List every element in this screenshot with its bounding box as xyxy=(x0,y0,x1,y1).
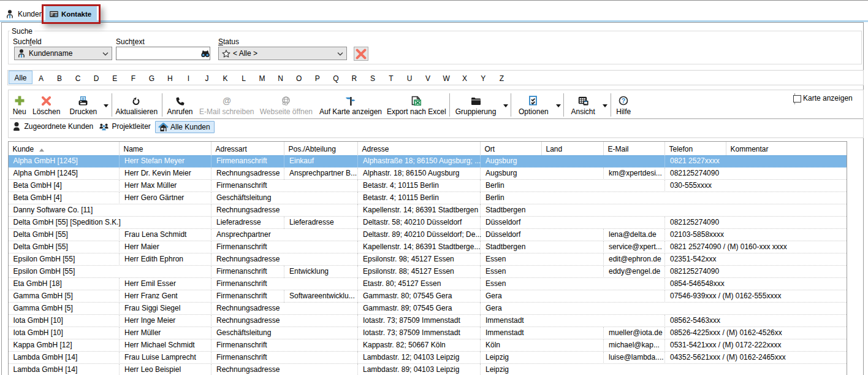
svg-text:@: @ xyxy=(223,96,231,106)
svg-text:?: ? xyxy=(622,97,625,104)
